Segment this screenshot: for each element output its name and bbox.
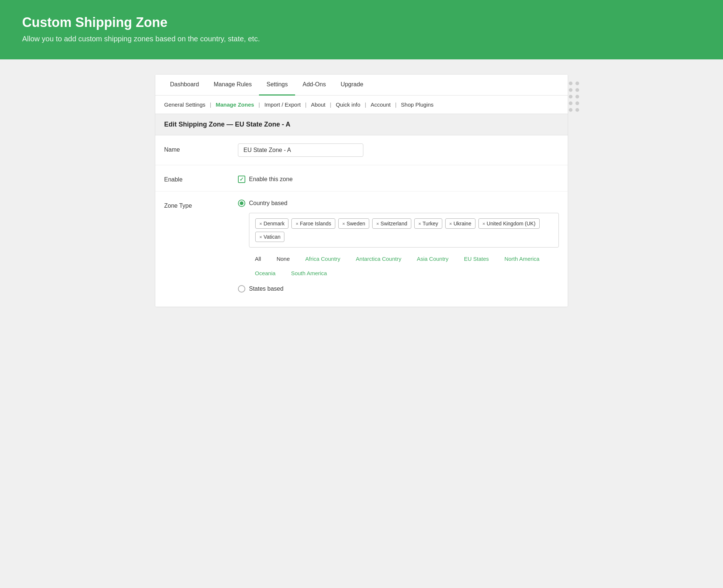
dot	[569, 88, 572, 92]
country-tag-label: Faroe Islands	[300, 221, 331, 226]
tag-x-icon: ×	[449, 221, 452, 226]
subnav-quick-info[interactable]: Quick info	[334, 101, 362, 108]
country-tag-label: Ukraine	[453, 221, 471, 226]
country-tag-switzerland[interactable]: × Switzerland	[372, 218, 411, 229]
dots-decoration	[565, 78, 583, 115]
enable-checkbox-label: Enable this zone	[249, 176, 293, 183]
tag-x-icon: ×	[418, 221, 421, 226]
subnav-import-export[interactable]: Import / Export	[263, 101, 302, 108]
dot	[569, 101, 572, 105]
enable-content: ✓ Enable this zone	[238, 173, 559, 183]
section-title: Edit Shipping Zone — EU State Zone - A	[164, 121, 290, 128]
subnav-sep-1: |	[210, 101, 211, 108]
tab-dashboard[interactable]: Dashboard	[163, 75, 206, 96]
main-wrapper: Dashboard Manage Rules Settings Add-Ons …	[140, 74, 583, 307]
tab-add-ons[interactable]: Add-Ons	[295, 75, 333, 96]
country-tag-label: Vatican	[264, 234, 281, 240]
country-tag-vatican[interactable]: × Vatican	[255, 232, 284, 242]
nav-tabs: Dashboard Manage Rules Settings Add-Ons …	[155, 75, 568, 96]
radio-country[interactable]	[238, 200, 245, 207]
country-tag-uk[interactable]: × United Kingdom (UK)	[478, 218, 540, 229]
radio-states[interactable]	[238, 285, 245, 293]
country-tag-faroe-islands[interactable]: × Faroe Islands	[291, 218, 335, 229]
dot	[575, 108, 579, 112]
subnav-sep-6: |	[395, 101, 397, 108]
name-input[interactable]	[238, 143, 363, 157]
name-content	[238, 143, 559, 157]
dot	[575, 101, 579, 105]
name-label: Name	[164, 143, 238, 153]
region-btn-oceania[interactable]: Oceania	[249, 268, 281, 279]
region-btn-north-america[interactable]: North America	[498, 253, 545, 264]
country-tag-turkey[interactable]: × Turkey	[414, 218, 442, 229]
country-tags-box: × Denmark × Faroe Islands × Sweden × Swi…	[249, 213, 559, 248]
region-btn-antarctica-country[interactable]: Antarctica Country	[350, 253, 407, 264]
subnav-sep-5: |	[365, 101, 366, 108]
subnav-sep-3: |	[305, 101, 307, 108]
subnav-manage-zones[interactable]: Manage Zones	[214, 101, 256, 108]
tab-settings[interactable]: Settings	[259, 75, 295, 96]
region-buttons: All None Africa Country Antarctica Count…	[249, 253, 559, 279]
subnav-sep-2: |	[259, 101, 260, 108]
subnav-general-settings[interactable]: General Settings	[163, 101, 207, 108]
tag-x-icon: ×	[376, 221, 379, 226]
subnav-shop-plugins[interactable]: Shop Plugins	[399, 101, 435, 108]
header-banner: Custom Shipping Zone Allow you to add cu…	[0, 0, 723, 59]
dot	[575, 95, 579, 98]
enable-checkbox[interactable]: ✓	[238, 176, 245, 183]
region-btn-none[interactable]: None	[271, 253, 296, 264]
tag-x-icon: ×	[259, 234, 262, 240]
dot	[575, 88, 579, 92]
zone-type-label: Zone Type	[164, 200, 238, 209]
page-title: Custom Shipping Zone	[22, 15, 701, 30]
tag-x-icon: ×	[259, 221, 262, 226]
tag-x-icon: ×	[342, 221, 345, 226]
region-btn-eu-states[interactable]: EU States	[458, 253, 495, 264]
country-tag-ukraine[interactable]: × Ukraine	[445, 218, 475, 229]
radio-states-row: States based	[238, 284, 559, 293]
tag-x-icon: ×	[482, 221, 485, 226]
tab-upgrade[interactable]: Upgrade	[333, 75, 370, 96]
tab-manage-rules[interactable]: Manage Rules	[206, 75, 259, 96]
region-btn-south-america[interactable]: South America	[285, 268, 333, 279]
dot	[569, 108, 572, 112]
subnav-sep-4: |	[330, 101, 331, 108]
country-tag-label: Turkey	[423, 221, 438, 226]
country-tag-sweden[interactable]: × Sweden	[338, 218, 369, 229]
country-tag-label: United Kingdom (UK)	[487, 221, 535, 226]
zone-type-content: Country based × Denmark × Faroe Islands …	[238, 200, 559, 298]
form-row-enable: Enable ✓ Enable this zone	[155, 165, 568, 191]
region-btn-asia-country[interactable]: Asia Country	[411, 253, 454, 264]
country-tag-label: Switzerland	[381, 221, 407, 226]
country-tag-denmark[interactable]: × Denmark	[255, 218, 288, 229]
section-header: Edit Shipping Zone — EU State Zone - A	[155, 114, 568, 135]
subnav-about[interactable]: About	[309, 101, 327, 108]
sub-nav: General Settings | Manage Zones | Import…	[155, 96, 568, 114]
form-row-name: Name	[155, 135, 568, 165]
region-btn-all[interactable]: All	[249, 253, 267, 264]
country-tag-label: Sweden	[346, 221, 365, 226]
dot	[569, 82, 572, 85]
region-btn-africa-country[interactable]: Africa Country	[300, 253, 346, 264]
checkmark-icon: ✓	[239, 176, 244, 182]
enable-label: Enable	[164, 173, 238, 183]
country-tag-label: Denmark	[264, 221, 285, 226]
radio-country-row: Country based	[238, 200, 559, 207]
tag-x-icon: ×	[295, 221, 298, 226]
subnav-account[interactable]: Account	[369, 101, 392, 108]
radio-states-label: States based	[249, 286, 283, 292]
enable-checkbox-row: ✓ Enable this zone	[238, 173, 559, 183]
dot	[569, 95, 572, 98]
form-row-zone-type: Zone Type Country based × Denmark × Faro…	[155, 191, 568, 307]
page-subtitle: Allow you to add custom shipping zones b…	[22, 35, 701, 43]
radio-country-label: Country based	[249, 200, 287, 207]
main-card: Dashboard Manage Rules Settings Add-Ons …	[155, 74, 568, 307]
dot	[575, 82, 579, 85]
